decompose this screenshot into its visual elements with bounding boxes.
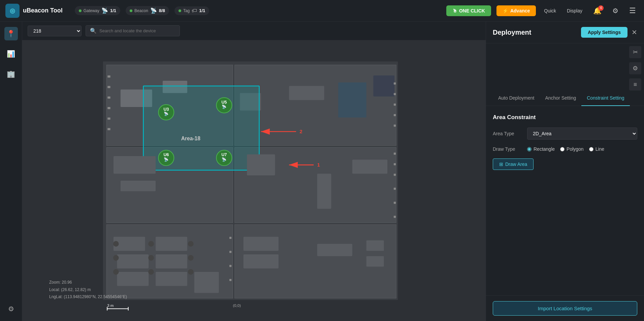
left-sidebar: 📍 📊 🏢 ⚙ — [0, 22, 22, 321]
quick-button[interactable]: Quick — [541, 7, 559, 15]
sidebar-item-location[interactable]: 📍 — [4, 27, 18, 40]
draw-area-icon: ⊞ — [499, 162, 503, 167]
sidebar-settings-button[interactable]: ⚙ — [4, 302, 18, 316]
svg-rect-60 — [394, 216, 396, 218]
draw-area-container: ⊞ Draw Area — [493, 158, 637, 170]
svg-rect-50 — [394, 82, 396, 84]
notification-button[interactable]: 🔔 4 — [590, 5, 604, 16]
tab-anchor-label: Anchor Setting — [545, 95, 576, 101]
line-radio[interactable] — [589, 147, 593, 151]
svg-text:📡: 📡 — [222, 104, 227, 109]
draw-area-button[interactable]: ⊞ Draw Area — [493, 158, 534, 170]
svg-point-68 — [148, 241, 154, 247]
tag-count: 1/1 — [199, 8, 205, 13]
tab-anchor-setting[interactable]: Anchor Setting — [540, 91, 581, 106]
svg-text:📡: 📡 — [222, 157, 227, 162]
svg-rect-17 — [338, 82, 366, 117]
tab-auto-deployment[interactable]: Auto Deployment — [493, 91, 540, 106]
svg-text:U6: U6 — [163, 152, 169, 157]
svg-point-67 — [113, 269, 119, 275]
logo-area: ◎ uBeacon Tool — [5, 4, 63, 18]
svg-rect-44 — [194, 272, 219, 293]
gateway-label: Gateway — [84, 8, 99, 13]
content-area: 218 🔍 — [22, 22, 486, 321]
local-coords: Local: (26.62, 12.82) m — [49, 286, 127, 294]
gateway-count: 1/1 — [110, 8, 116, 13]
gateway-group: Gateway 📡 1/1 — [75, 6, 120, 15]
advance-button[interactable]: ⚡ Advance — [496, 5, 536, 16]
svg-rect-14 — [107, 128, 110, 130]
draw-type-radio-group: Rectangle Polygon Line — [527, 146, 604, 152]
config-icon-button[interactable]: ⚙ — [629, 62, 641, 74]
tab-constraint-setting[interactable]: Constraint Setting — [581, 91, 630, 106]
svg-rect-16 — [289, 86, 324, 100]
draw-type-line-option[interactable]: Line — [589, 146, 604, 152]
line-label: Line — [595, 146, 604, 152]
draw-type-polygon-option[interactable]: Polygon — [560, 146, 584, 152]
svg-text:📡: 📡 — [164, 111, 169, 116]
area-type-select[interactable]: 2D_Area 3D_Area — [527, 128, 637, 140]
settings-gear-button[interactable]: ⚙ — [610, 5, 621, 16]
svg-rect-56 — [394, 163, 396, 165]
svg-rect-12 — [107, 107, 110, 109]
svg-text:U3: U3 — [163, 107, 169, 112]
scissors-icon-button[interactable]: ✂ — [629, 46, 641, 58]
floor-selector[interactable]: 218 — [28, 26, 82, 36]
close-panel-button[interactable]: ✕ — [632, 28, 637, 36]
rectangle-radio[interactable] — [527, 147, 532, 151]
sidebar-item-chart[interactable]: 📊 — [4, 47, 18, 61]
draw-type-rectangle-option[interactable]: Rectangle — [527, 146, 555, 152]
layers-icon-button[interactable]: ≡ — [629, 78, 641, 91]
svg-rect-10 — [107, 86, 110, 88]
area-type-row: Area Type 2D_Area 3D_Area — [493, 128, 637, 140]
one-click-icon: 🖱 — [452, 8, 457, 13]
svg-text:U5: U5 — [221, 100, 227, 105]
beacon-icon: 📡 — [150, 7, 157, 14]
search-icon: 🔍 — [90, 28, 97, 34]
panel-title: Deployment — [493, 29, 531, 36]
panel-content: Area Constraint Area Type 2D_Area 3D_Are… — [486, 106, 644, 295]
import-location-button[interactable]: Import Location Settings — [493, 301, 637, 316]
svg-point-70 — [148, 269, 154, 275]
svg-rect-48 — [366, 240, 384, 251]
lnglat-coords: LngLat: (113.94812980°N, 22.54554546°E) — [49, 293, 127, 301]
tag-label: Tag — [183, 8, 190, 13]
draw-type-row: Draw Type Rectangle Polygon Line — [493, 146, 637, 152]
area-type-label: Area Type — [493, 131, 523, 136]
rectangle-label: Rectangle — [534, 146, 555, 152]
svg-rect-59 — [394, 202, 396, 204]
section-title: Area Constraint — [493, 114, 637, 121]
display-button[interactable]: Display — [564, 7, 585, 15]
main-layout: 📍 📊 🏢 ⚙ 218 🔍 — [0, 22, 644, 321]
svg-rect-53 — [394, 114, 396, 116]
svg-rect-46 — [244, 254, 279, 269]
one-click-label: ONE CLICK — [459, 8, 485, 13]
toolbar: 218 🔍 — [22, 22, 486, 40]
one-click-button[interactable]: 🖱 ONE CLICK — [446, 5, 491, 16]
tab-constraint-label: Constraint Setting — [587, 95, 624, 101]
right-panel: Deployment Apply Settings ✕ ✂ ⚙ ≡ Auto D… — [486, 22, 644, 321]
panel-bottom: Import Location Settings — [486, 295, 644, 321]
svg-text:Area-18: Area-18 — [181, 136, 201, 141]
advance-label: Advance — [510, 8, 530, 13]
svg-point-71 — [188, 241, 194, 247]
gateway-dot — [79, 9, 82, 12]
svg-rect-45 — [244, 237, 279, 251]
svg-rect-54 — [394, 124, 396, 127]
panel-tabs: Auto Deployment Anchor Setting Constrain… — [486, 91, 644, 106]
sidebar-item-building[interactable]: 🏢 — [4, 67, 18, 81]
apply-settings-button[interactable]: Apply Settings — [581, 27, 627, 38]
svg-text:U7: U7 — [221, 152, 227, 157]
polygon-radio[interactable] — [560, 147, 565, 151]
map-coordinates: Zoom: 20.96 Local: (26.62, 12.82) m LngL… — [49, 279, 127, 301]
tag-icon: 🏷 — [192, 8, 197, 14]
svg-text:1: 1 — [317, 162, 320, 168]
svg-text:(0,0): (0,0) — [233, 304, 241, 308]
polygon-label: Polygon — [567, 146, 584, 152]
hamburger-menu-button[interactable]: ☰ — [626, 5, 639, 16]
panel-header: Deployment Apply Settings ✕ — [486, 22, 644, 43]
map-area[interactable]: U3 📡 U5 📡 U6 📡 U7 📡 Area-18 — [22, 40, 486, 321]
search-input[interactable] — [99, 28, 175, 33]
gateway-icon: 📡 — [101, 7, 108, 14]
svg-text:📡: 📡 — [164, 157, 169, 162]
